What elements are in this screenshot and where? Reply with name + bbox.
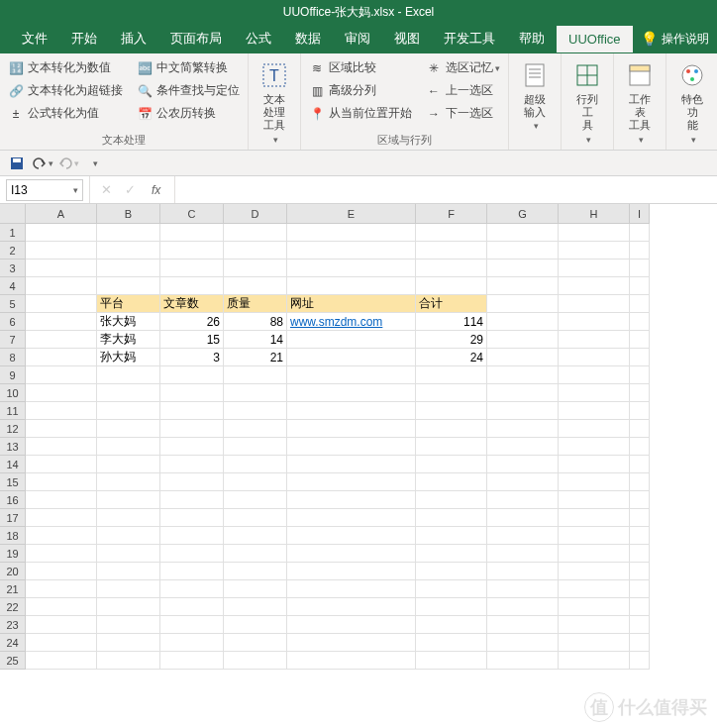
cell-D22[interactable] [224,598,287,616]
row-header-24[interactable]: 24 [0,634,26,652]
qat-customize[interactable]: ▾ [83,153,105,174]
cell-E16[interactable] [287,491,416,509]
cell-C22[interactable] [160,598,224,616]
cell-F6[interactable]: 114 [416,313,487,331]
cell-H25[interactable] [559,652,630,670]
cell-H7[interactable] [559,331,630,349]
cell-D12[interactable] [224,420,287,438]
row-header-12[interactable]: 12 [0,420,26,438]
cell-D7[interactable]: 14 [224,331,287,349]
cell-A11[interactable] [26,402,97,420]
cell-A19[interactable] [26,545,97,563]
cell-A7[interactable] [26,331,97,349]
cell-A24[interactable] [26,634,97,652]
tell-me-label[interactable]: 操作说明 [662,31,709,48]
cell-F12[interactable] [416,420,487,438]
cell-E22[interactable] [287,598,416,616]
cell-I21[interactable] [630,580,650,598]
cell-A6[interactable] [26,313,97,331]
cell-D24[interactable] [224,634,287,652]
cell-C11[interactable] [160,402,224,420]
cell-B5[interactable]: 平台 [97,295,160,313]
cmd-formula-to-value[interactable]: ±公式转化为值 [6,103,125,124]
cell-F15[interactable] [416,473,487,491]
row-header-17[interactable]: 17 [0,509,26,527]
formula-input[interactable] [175,179,717,201]
cell-H16[interactable] [559,491,630,509]
btn-text-tool[interactable]: T 文本处理 工具▾ [255,57,294,147]
cmd-find-locate[interactable]: 🔍条件查找与定位 [135,80,242,101]
cell-G16[interactable] [487,491,559,509]
cell-D25[interactable] [224,652,287,670]
cell-I11[interactable] [630,402,650,420]
name-box[interactable]: I13▾ [6,179,83,201]
cell-F8[interactable]: 24 [416,349,487,366]
row-header-3[interactable]: 3 [0,260,26,277]
tab-uuoffice[interactable]: UUOffice [557,26,633,52]
cell-I22[interactable] [630,598,650,616]
cell-F13[interactable] [416,438,487,456]
cell-E9[interactable] [287,366,416,384]
cell-A23[interactable] [26,616,97,634]
cell-G8[interactable] [487,349,559,366]
row-header-11[interactable]: 11 [0,402,26,420]
cell-C24[interactable] [160,634,224,652]
cell-G19[interactable] [487,545,559,563]
cell-E24[interactable] [287,634,416,652]
undo-button[interactable]: ▾ [32,153,53,174]
btn-super-input[interactable]: 超级 输入▾ [515,57,555,133]
cell-E1[interactable] [287,224,416,242]
tab-layout[interactable]: 页面布局 [158,24,234,53]
cell-F24[interactable] [416,634,487,652]
col-header-A[interactable]: A [26,204,97,224]
cell-G11[interactable] [487,402,559,420]
cell-B19[interactable] [97,545,160,563]
cell-A22[interactable] [26,598,97,616]
col-header-B[interactable]: B [97,204,160,224]
cell-G15[interactable] [487,473,559,491]
cell-B3[interactable] [97,260,160,277]
cell-D6[interactable]: 88 [224,313,287,331]
cell-B25[interactable] [97,652,160,670]
cell-E10[interactable] [287,384,416,402]
cell-H2[interactable] [559,242,630,260]
cell-E21[interactable] [287,580,416,598]
cell-H24[interactable] [559,634,630,652]
cell-F23[interactable] [416,616,487,634]
tab-view[interactable]: 视图 [382,24,432,53]
cmd-prev-selection[interactable]: ←上一选区 [424,80,502,101]
row-header-5[interactable]: 5 [0,295,26,313]
cell-D20[interactable] [224,563,287,580]
cell-D4[interactable] [224,277,287,295]
cell-E7[interactable] [287,331,416,349]
cell-B22[interactable] [97,598,160,616]
cell-C4[interactable] [160,277,224,295]
cell-I23[interactable] [630,616,650,634]
cell-I9[interactable] [630,366,650,384]
cell-B21[interactable] [97,580,160,598]
cell-A10[interactable] [26,384,97,402]
cell-H10[interactable] [559,384,630,402]
cell-A5[interactable] [26,295,97,313]
cell-D15[interactable] [224,473,287,491]
tab-start[interactable]: 开始 [59,24,109,53]
cell-E17[interactable] [287,509,416,527]
cell-C19[interactable] [160,545,224,563]
cell-G13[interactable] [487,438,559,456]
cell-C8[interactable]: 3 [160,349,224,366]
cell-F4[interactable] [416,277,487,295]
cell-E4[interactable] [287,277,416,295]
cell-D8[interactable]: 21 [224,349,287,366]
row-header-19[interactable]: 19 [0,545,26,563]
cell-G1[interactable] [487,224,559,242]
cell-D9[interactable] [224,366,287,384]
redo-button[interactable]: ▾ [57,153,79,174]
cell-A15[interactable] [26,473,97,491]
cell-B14[interactable] [97,456,160,473]
cell-H21[interactable] [559,580,630,598]
cell-H19[interactable] [559,545,630,563]
cell-H4[interactable] [559,277,630,295]
cell-A8[interactable] [26,349,97,366]
btn-rowcol-tool[interactable]: 行列工 具▾ [567,57,607,147]
cell-F16[interactable] [416,491,487,509]
